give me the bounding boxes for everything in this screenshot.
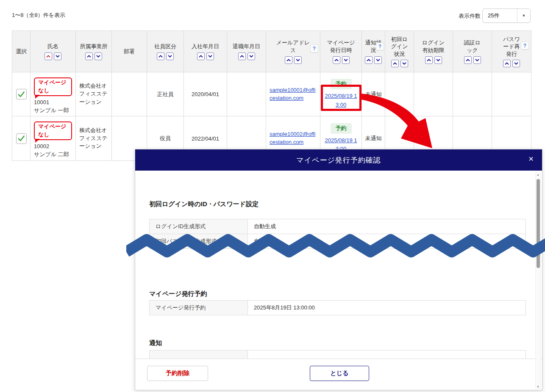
sort-desc-button[interactable] [54,52,61,60]
row-checkbox[interactable] [16,89,27,99]
col-header-login-expiry: ログイン有効期限 [414,31,453,72]
row-value: 2025年8月19日 13:00:00 [248,301,526,315]
office-cell: 株式会社オフィスステーション [76,72,112,116]
scroll-up-icon[interactable]: ▲ [536,173,540,176]
help-icon[interactable]: ? [310,44,318,52]
sort-desc-button[interactable] [342,56,350,64]
row-value: 自動生成 [248,219,526,234]
column-label: 入社年月日 [192,43,219,50]
sort-asc-button[interactable] [285,56,292,64]
col-header-auth-lock: 認証ロック [453,31,492,72]
sort-asc-button[interactable] [391,60,399,67]
email-cell: sample10001@officestation.com [266,72,320,116]
page: 1〜8（全8）件を表示 表示件数 25件 ▼ 選択 氏名 [0,0,545,392]
column-label: マイページ発行日時 [326,39,356,54]
result-range-text: 1〜8（全8）件を表示 [12,11,65,19]
leave-date-cell [227,72,266,116]
chevron-down-icon: ▼ [517,14,530,18]
employee-name: サンプル 一郎 [34,107,72,115]
scroll-down-icon[interactable]: ▼ [536,385,540,388]
email-link[interactable]: sample10002@officestation.com [270,131,315,145]
mypage-issue-cell: 予約 2025/08/19 13:00 [320,72,362,116]
auth-lock-cell [453,72,492,116]
employee-number: 10001 [34,99,72,107]
select-cell [12,72,31,116]
column-label: ログイン有効期限 [421,39,446,54]
row-label: ログインID生成形式 [150,219,248,234]
mypage-issue-confirm-modal: マイページ発行予約確認 × 初回ログイン時のID・パスワード設定 ログインID生… [135,149,542,390]
sort-asc-button[interactable] [85,52,93,60]
no-mypage-badge-label: マイページなし [38,79,66,94]
column-label: 部署 [124,48,135,55]
sort-asc-button[interactable] [365,56,373,64]
row-label: マイページ発行予約 [150,301,248,315]
per-page-label: 表示件数 [459,12,481,20]
section-heading-notify: 通知 [149,339,162,347]
table-row: マイページ発行予約 2025年8月19日 13:00:00 [150,301,526,315]
sort-asc-button[interactable] [44,52,52,60]
per-page-value: 25件 [483,12,517,19]
sort-desc-button[interactable] [206,52,214,60]
section-heading-login-settings: 初回ログイン時のID・パスワード設定 [149,200,259,208]
sort-asc-button[interactable] [157,52,164,60]
badge-tail [35,139,40,143]
help-icon[interactable]: ? [376,42,384,50]
sort-desc-button[interactable] [400,60,408,67]
sort-desc-button[interactable] [247,52,255,60]
sort-desc-button[interactable] [166,52,174,60]
sort-desc-button[interactable] [374,56,382,64]
column-label: 選択 [16,48,27,55]
sort-desc-button[interactable] [512,60,520,67]
table-row: マイページなし 10001 サンプル 一郎 株式会社オフィスステーション 正社員… [12,72,531,116]
modal-scrollbar[interactable]: ▲ ▼ [535,172,541,389]
issue-status-badge: 予約 [331,123,352,134]
first-login-cell [385,72,414,116]
scrollbar-thumb[interactable] [537,179,540,268]
office-cell: 株式会社オフィスステーション [76,116,112,160]
column-label: 初回ログイン状況 [389,36,410,58]
sort-asc-button[interactable] [464,56,472,64]
column-label: 社員区分 [154,43,176,50]
header-row: 選択 氏名 所属事業所 部署 社員区分 [12,31,531,72]
sort-asc-button[interactable] [197,52,205,60]
department-cell [112,72,147,116]
col-header-mypage-issue: マイページ発行日時 [320,31,362,72]
select-cell [12,116,31,160]
login-expiry-cell [414,72,453,116]
close-icon[interactable]: × [528,155,534,163]
row-value: 自動生成 [248,234,526,249]
name-cell: マイページなし 10001 サンプル 一郎 [31,72,76,116]
row-checkbox[interactable] [16,133,27,144]
no-mypage-badge: マイページなし [34,121,72,140]
sort-desc-button[interactable] [473,56,481,64]
no-mypage-badge: マイページなし [34,77,72,96]
col-header-emp-type: 社員区分 [147,31,184,72]
column-label: 認証ロック [463,39,482,54]
badge-tail [35,95,40,99]
password-reissue-cell [492,72,531,116]
sort-desc-button[interactable] [95,52,102,60]
sort-desc-button[interactable] [294,56,302,64]
sort-desc-button[interactable] [434,56,442,64]
sort-asc-button[interactable] [333,56,340,64]
table-row: 初回パスワード生成形式 自動生成 [150,234,526,249]
email-link[interactable]: sample10001@officestation.com [270,87,315,101]
col-header-first-login: 初回ログイン状況 [385,31,414,72]
sort-asc-button[interactable] [425,56,433,64]
no-mypage-badge-label: マイページなし [38,123,66,138]
col-header-leave-date: 退職年月日 [227,31,266,72]
modal-footer: 予約削除 とじる [135,359,542,390]
employee-name: サンプル 二郎 [34,151,72,159]
sort-asc-button[interactable] [503,60,511,67]
modal-body: 初回ログイン時のID・パスワード設定 ログインID生成形式 自動生成 初回パスワ… [135,171,542,359]
hire-date-cell: 2020/04/01 [184,72,227,116]
sort-asc-button[interactable] [238,52,246,60]
help-icon[interactable]: ? [521,41,529,50]
per-page-select[interactable]: 25件 ▼ [482,8,531,23]
close-button[interactable]: とじる [310,366,369,381]
issue-datetime-link[interactable]: 2025/08/19 13:00 [325,93,357,108]
employee-table: 選択 氏名 所属事業所 部署 社員区分 [12,30,531,161]
delete-reservation-button[interactable]: 予約削除 [147,366,208,381]
col-header-notify-status: 通知状況 ? [362,31,385,72]
col-header-password-reissue: パスワード再発行 ? [492,31,531,72]
